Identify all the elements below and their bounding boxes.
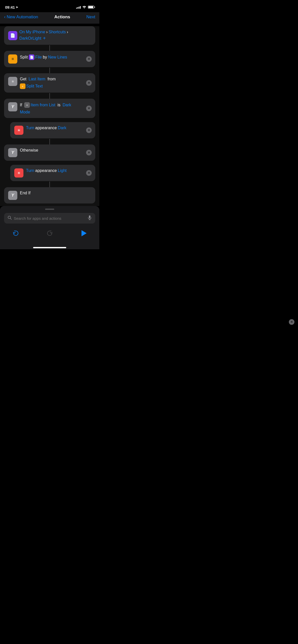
item-from-list-token[interactable]: ≡ Item from List xyxy=(24,102,55,108)
connector-line xyxy=(49,45,50,51)
file-path-top: On My iPhone › Shortcuts › xyxy=(19,30,83,34)
light-mode-token[interactable]: Light xyxy=(58,168,67,173)
item-from-list-label: Item from List xyxy=(31,103,55,107)
play-button[interactable] xyxy=(78,228,89,239)
file-token[interactable]: 📄 File xyxy=(29,54,42,60)
location-icon: ➤ xyxy=(16,6,18,9)
signal-bar-4 xyxy=(80,6,81,9)
path-sep-2: › xyxy=(67,30,68,34)
split-text-token[interactable]: ≡ Split Text xyxy=(20,83,43,89)
new-lines-token[interactable]: New Lines xyxy=(48,55,67,60)
dark-mode-token[interactable]: Dark xyxy=(58,126,66,130)
end-if-text: End If xyxy=(20,191,31,195)
back-label: New Automation xyxy=(7,14,38,20)
split-text-label: Split Text xyxy=(26,84,43,89)
end-if-card: Y End If xyxy=(4,187,95,203)
get-last-card: ≡ Get Last Item from ≡ Split Text ✕ xyxy=(4,73,95,93)
path-folder[interactable]: DarkOrLight xyxy=(19,36,41,41)
split-by: by xyxy=(43,55,47,60)
page-title: Actions xyxy=(54,14,70,20)
close-turn-light[interactable]: ✕ xyxy=(86,170,92,176)
file-path-card: 📄 On My iPhone › Shortcuts › DarkOrLight… xyxy=(4,26,95,45)
if-text: If xyxy=(20,103,23,107)
mic-icon[interactable] xyxy=(88,215,92,221)
if-content: If ≡ Item from List is Dark Mode xyxy=(20,102,91,114)
file-icon: 📄 xyxy=(8,31,17,40)
search-bar[interactable] xyxy=(4,213,95,224)
connector-3 xyxy=(4,93,95,99)
get-list-icon: ≡ xyxy=(8,77,17,86)
get-last-content: Get Last Item from ≡ Split Text xyxy=(20,77,91,89)
turn-light-card: ☀ Turn appearance Light ✕ xyxy=(10,165,95,181)
next-button[interactable]: Next xyxy=(86,14,95,20)
svg-line-1 xyxy=(10,218,12,220)
status-time: 09:41 ➤ xyxy=(5,5,18,9)
close-turn-dark[interactable]: ✕ xyxy=(86,127,92,133)
mode-token[interactable]: Mode xyxy=(20,110,30,114)
connector-line-2 xyxy=(49,68,50,73)
status-icons xyxy=(76,5,94,9)
list-icon: ≡ xyxy=(24,102,30,108)
signal-bar-3 xyxy=(79,7,79,9)
nav-bar: ‹ New Automation Actions Next xyxy=(0,12,99,24)
close-split[interactable]: ✕ xyxy=(86,56,92,62)
appearance-text-2: appearance xyxy=(35,168,57,173)
path-sep-1: › xyxy=(46,30,47,34)
play-icon xyxy=(82,230,87,236)
svg-rect-2 xyxy=(89,215,90,218)
file-path-bottom: DarkOrLight + xyxy=(19,35,83,41)
connector-5 xyxy=(4,182,95,187)
search-input[interactable] xyxy=(14,216,86,221)
path-on-iphone[interactable]: On My iPhone xyxy=(19,30,45,34)
file-token-label: File xyxy=(35,55,42,60)
close-otherwise[interactable]: ✕ xyxy=(86,150,92,155)
split-icon: ≡ xyxy=(8,54,17,64)
connector-2 xyxy=(4,68,95,73)
bottom-panel xyxy=(0,206,99,245)
end-if-icon: Y xyxy=(8,191,17,200)
battery-icon xyxy=(88,6,94,9)
appearance-dark-icon: ☀ xyxy=(14,126,23,135)
redo-button[interactable] xyxy=(44,228,55,239)
end-if-content: End If xyxy=(20,191,91,195)
split-text-row: ≡ Split Text xyxy=(20,83,83,89)
split-content: Split 📄 File by New Lines xyxy=(20,54,91,60)
from-text: from xyxy=(46,77,56,81)
connector-line-5 xyxy=(49,182,50,187)
turn-light-content: Turn appearance Light xyxy=(26,168,91,173)
split-text-icon: ≡ xyxy=(20,83,25,89)
signal-bar-1 xyxy=(76,8,77,9)
signal-bars xyxy=(76,6,81,9)
back-chevron-icon: ‹ xyxy=(4,14,6,20)
back-button[interactable]: ‹ New Automation xyxy=(4,14,38,20)
get-text: Get xyxy=(20,77,28,81)
home-indicator xyxy=(0,245,99,249)
drag-handle[interactable] xyxy=(45,209,54,210)
dark-token[interactable]: Dark xyxy=(63,103,71,107)
search-icon xyxy=(8,216,12,221)
close-if[interactable]: ✕ xyxy=(86,106,92,111)
mode-row: Mode xyxy=(20,110,83,114)
battery-fill xyxy=(88,6,93,8)
appearance-text: appearance xyxy=(35,126,57,130)
home-bar xyxy=(33,247,66,248)
turn-dark-content: Turn appearance Dark xyxy=(26,126,91,130)
otherwise-content: Otherwise xyxy=(20,148,91,153)
connector-1 xyxy=(4,45,95,51)
is-text: is xyxy=(56,103,61,107)
otherwise-card: Y Otherwise ✕ xyxy=(4,144,95,161)
otherwise-icon: Y xyxy=(8,148,17,157)
turn-text-2: Turn xyxy=(26,168,34,173)
path-shortcuts[interactable]: Shortcuts xyxy=(49,30,66,34)
undo-button[interactable] xyxy=(10,228,21,239)
time-display: 09:41 xyxy=(5,5,15,9)
split-card: ≡ Split 📄 File by New Lines ✕ xyxy=(4,51,95,67)
add-button[interactable]: + xyxy=(43,35,46,41)
signal-bar-2 xyxy=(77,7,78,9)
connector-4 xyxy=(4,139,95,144)
appearance-light-icon: ☀ xyxy=(14,168,23,178)
wifi-icon xyxy=(82,5,86,9)
close-get-last[interactable]: ✕ xyxy=(86,80,92,86)
last-item-token[interactable]: Last Item xyxy=(29,77,45,81)
file-token-icon: 📄 xyxy=(29,54,34,60)
